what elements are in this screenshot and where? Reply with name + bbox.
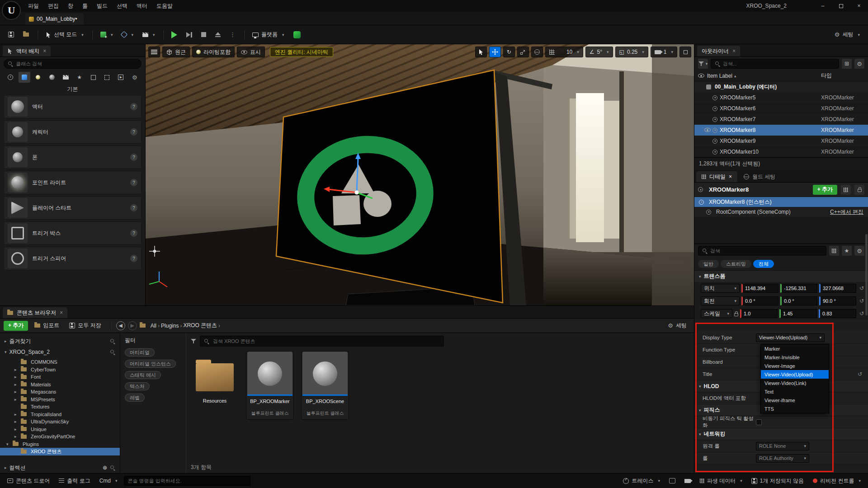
folder-tree-item[interactable]: ▸ Materials [0, 381, 120, 389]
category-visual-effects[interactable]: ★ [74, 72, 85, 83]
transform-section-header[interactable]: ▾트랜스폼 [694, 270, 868, 282]
dropdown-option[interactable]: Marker-Invisible [761, 353, 829, 361]
category-recent[interactable] [5, 72, 16, 83]
viewport[interactable]: 원근 라이팅포함 표시 엔진 퀄리티: 시네마틱 ↻ 10▾ ∠ 5°▾ [146, 44, 694, 305]
asset-card[interactable]: BP_XROOScene 블루프린트 클래스 [301, 351, 349, 420]
category-geometry[interactable] [87, 72, 99, 83]
close-icon[interactable]: × [43, 48, 46, 54]
reset-scale-button[interactable]: ↺ [858, 310, 865, 317]
world-space-button[interactable] [531, 47, 543, 57]
dropdown-option[interactable]: TTS [761, 404, 829, 413]
play-options-button[interactable]: ⋮ [226, 29, 239, 40]
content-drawer-button[interactable]: 콘텐츠 드로어 [5, 475, 52, 486]
camera-speed-control[interactable]: 1▾ [651, 47, 677, 57]
outliner-row[interactable]: XROOMarker5 XROOMarker [694, 92, 868, 103]
category-media[interactable]: ▶ [115, 72, 127, 83]
minimize-button[interactable]: – [814, 0, 832, 12]
outliner-filter-button[interactable]: ▾ [698, 59, 708, 69]
world-settings-tab[interactable]: 월드 세팅 [738, 171, 781, 182]
scale-label-select[interactable]: 스케일▾ [701, 309, 732, 318]
place-actor-item[interactable]: 액터 ? [4, 95, 142, 118]
place-actor-item[interactable]: 포인트 라이트 ? [4, 171, 142, 194]
location-y-field[interactable]: -1256.331 [780, 284, 817, 293]
help-icon[interactable]: ? [130, 103, 137, 110]
dropdown-option[interactable]: Viewer-Video(Upload) [761, 370, 829, 379]
add-actor-button[interactable]: ▾ [97, 29, 117, 40]
close-icon[interactable]: × [732, 48, 736, 54]
snapshot-button[interactable] [682, 475, 693, 486]
dropdown-option[interactable]: Viewer-iframe [761, 396, 829, 404]
move-tool-button[interactable] [489, 47, 501, 57]
revision-control-button[interactable]: 리비전 컨트롤▾ [810, 475, 863, 486]
search-icon[interactable] [110, 338, 115, 344]
class-search-box[interactable] [4, 59, 142, 69]
rotation-label-select[interactable]: 회전▾ [701, 296, 740, 305]
outliner-root-row[interactable]: 00_Main_Lobby (에디터) [694, 81, 868, 92]
add-collection-icon[interactable]: ⊕ [103, 465, 107, 471]
reset-rotation-button[interactable]: ↺ [858, 298, 865, 304]
console-input-box[interactable] [124, 476, 250, 486]
place-actors-tab[interactable]: 액터 배치 × [3, 46, 51, 56]
remote-role-select[interactable]: ROLE None▾ [756, 442, 809, 450]
folder-tree-item[interactable]: ▸ CyberTown [0, 366, 120, 374]
instance-row[interactable]: XROOMarker8 (인스턴스) [694, 197, 868, 207]
outliner-tab[interactable]: 아웃라이너 × [697, 46, 740, 56]
rotation-x-field[interactable]: 0.0 ° [741, 296, 778, 305]
filter-chip[interactable]: 레벨 [125, 394, 145, 402]
breadcrumb-item[interactable]: XROO 콘텐츠 [183, 322, 217, 329]
details-filter-tab[interactable]: 스트리밍 [721, 260, 751, 268]
scale-snap-control[interactable]: ◱ 0.25▾ [615, 47, 648, 57]
cb-settings-button[interactable]: ⚙ 세팅 [664, 319, 690, 332]
scale-tool-button[interactable] [517, 47, 529, 57]
rotation-snap-control[interactable]: ∠ 5°▾ [585, 47, 613, 57]
asset-card[interactable]: Resources [191, 351, 239, 410]
folder-tree-item[interactable]: ▸ ZeroGravityPartOne [0, 433, 120, 441]
rotation-z-field[interactable]: 90.0 ° [819, 296, 856, 305]
outliner-row[interactable]: XROOMarker7 XROOMarker [694, 114, 868, 125]
location-z-field[interactable]: 327.0668 [819, 284, 856, 293]
place-actor-item[interactable]: 플레이어 스타트 ? [4, 196, 142, 220]
right-panel-scrollbar[interactable] [865, 234, 868, 315]
visibility-column-icon[interactable] [698, 74, 704, 78]
class-search-input[interactable] [16, 61, 137, 66]
visibility-icon[interactable] [704, 127, 712, 133]
help-icon[interactable]: ? [130, 128, 137, 136]
menu-item[interactable]: 편집 [43, 0, 63, 12]
details-search-box[interactable] [698, 246, 826, 256]
outliner-add-button[interactable]: ⊞ [842, 59, 852, 69]
eject-button[interactable] [212, 30, 224, 39]
add-component-button[interactable]: + 추가 [813, 185, 837, 195]
cmd-select[interactable]: Cmd▾ [97, 475, 120, 486]
outliner-row[interactable]: XROOMarker10 XROOMarker [694, 146, 868, 157]
async-physics-checkbox[interactable] [756, 419, 762, 425]
insights-button[interactable] [666, 475, 678, 486]
outliner-row[interactable]: XROOMarker8 XROOMarker [694, 125, 868, 136]
output-log-button[interactable]: 출력 로그 [56, 475, 93, 486]
dropdown-option[interactable]: Viewer-Video(Link) [761, 379, 829, 387]
asset-search-box[interactable] [200, 336, 444, 347]
grid-snap-control[interactable]: 10▾ [545, 47, 583, 57]
settings-button[interactable]: ⚙ 세팅▾ [831, 28, 863, 41]
scale-z-field[interactable]: 0.83 [819, 309, 856, 318]
menu-item[interactable]: 빌드 [92, 0, 112, 12]
search-icon[interactable] [110, 465, 115, 470]
lock-button[interactable] [854, 185, 864, 195]
folder-tree-item[interactable]: ▸ TropicalIsland [0, 411, 120, 418]
filter-chip[interactable]: 스태틱 메시 [125, 371, 161, 379]
networking-section-header[interactable]: ▾네트워킹 [694, 428, 868, 440]
type-column-header[interactable]: 타입 [821, 72, 864, 80]
filter-chip[interactable]: 머티리얼 [125, 348, 155, 357]
folder-tree-item[interactable]: ▸ MSPresets [0, 396, 120, 404]
dropdown-option[interactable]: Marker [761, 344, 829, 353]
cb-add-button[interactable]: + 추가 [4, 321, 28, 331]
folder-tree-item[interactable]: ▸ Megascans [0, 388, 120, 396]
place-actor-item[interactable]: 트리거 스피어 ? [4, 247, 142, 270]
menu-item[interactable]: 도움말 [152, 0, 177, 12]
category-shapes[interactable] [46, 72, 58, 83]
category-all[interactable]: ⚙ [129, 72, 141, 83]
dropdown-option[interactable]: Text [761, 387, 829, 396]
filter-chip[interactable]: 텍스처 [125, 382, 150, 390]
select-tool-button[interactable] [475, 47, 487, 57]
details-display-button[interactable] [829, 246, 839, 256]
forward-button[interactable]: ▶ [128, 321, 137, 330]
